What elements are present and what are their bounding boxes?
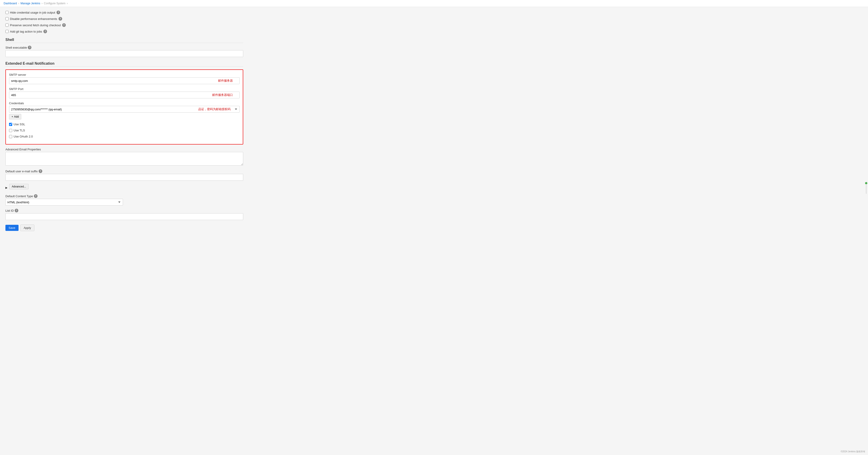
advanced-email-props-textarea[interactable] <box>5 152 243 165</box>
advanced-arrow-icon: ▶ <box>5 186 7 189</box>
default-content-type-group: Default Content Type ? HTML (text/html) … <box>5 194 243 206</box>
breadcrumb-manage-jenkins[interactable]: Manage Jenkins <box>21 2 40 5</box>
checkbox-preserve-fetch: Preserve second fetch during checkout ? <box>5 23 243 27</box>
disable-perf-label: Disable performance enhancements <box>10 17 57 21</box>
add-plus-icon: + <box>11 115 13 118</box>
shell-executable-label: Shell executable ? <box>5 46 243 49</box>
use-tls-label: Use TLS <box>13 129 25 132</box>
smtp-server-group: SMTP server 邮件服务器 <box>9 73 240 84</box>
smtp-server-input-row: 邮件服务器 <box>9 77 240 84</box>
main-content: Hide credential usage in job output ? Di… <box>0 7 249 235</box>
default-content-type-select[interactable]: HTML (text/html) Plain text (text/plain) <box>5 199 123 206</box>
breadcrumb-sep-1: › <box>18 2 19 5</box>
disable-perf-checkbox[interactable] <box>5 17 8 20</box>
use-ssl-checkbox[interactable] <box>9 123 12 126</box>
use-tls-row: Use TLS <box>9 129 240 132</box>
shell-section-title: Shell <box>5 38 243 43</box>
breadcrumb-dashboard[interactable]: Dashboard <box>4 2 17 5</box>
use-tls-checkbox[interactable] <box>9 129 12 132</box>
default-suffix-input[interactable] <box>5 174 243 181</box>
add-git-tag-checkbox[interactable] <box>5 30 8 33</box>
disable-perf-help-icon[interactable]: ? <box>59 17 62 21</box>
smtp-port-label: SMTP Port <box>9 87 240 91</box>
list-id-group: List ID ? <box>5 209 243 220</box>
advanced-button[interactable]: Advanced... <box>9 184 29 189</box>
scrollbar-dot <box>865 182 867 184</box>
breadcrumb: Dashboard › Manage Jenkins › Configure S… <box>0 0 868 7</box>
list-id-input[interactable] <box>5 213 243 220</box>
add-button-label: Add <box>14 115 19 118</box>
shell-executable-group: Shell executable ? <box>5 46 243 57</box>
checkbox-hide-credential: Hide credential usage in job output ? <box>5 11 243 14</box>
preserve-fetch-help-icon[interactable]: ? <box>62 23 66 27</box>
list-id-label: List ID ? <box>5 209 243 212</box>
checkbox-disable-perf: Disable performance enhancements ? <box>5 17 243 21</box>
smtp-port-input[interactable] <box>9 92 240 98</box>
credentials-add-button[interactable]: + Add <box>9 114 21 119</box>
shell-executable-help-icon[interactable]: ? <box>28 46 31 49</box>
use-ssl-row: Use SSL <box>9 123 240 126</box>
save-button[interactable]: Save <box>5 225 19 231</box>
preserve-fetch-checkbox[interactable] <box>5 24 8 27</box>
email-section-title: Extended E-mail Notification <box>5 62 243 67</box>
smtp-port-group: SMTP Port 邮件服务器端口 <box>9 87 240 98</box>
smtp-server-label: SMTP server <box>9 73 240 77</box>
add-git-tag-help-icon[interactable]: ? <box>43 30 47 33</box>
breadcrumb-sep-2: › <box>41 2 42 5</box>
shell-executable-input[interactable] <box>5 50 243 57</box>
use-ssl-label: Use SSL <box>13 123 25 126</box>
credentials-group: Credentials 2750955630@qq.com/****** (qq… <box>9 101 240 119</box>
advanced-email-props-label: Advanced Email Properties <box>5 148 243 151</box>
list-id-help-icon[interactable]: ? <box>15 209 18 212</box>
breadcrumb-current: Configure System <box>44 2 65 5</box>
add-git-tag-label: Add git tag action to jobs <box>10 30 42 33</box>
use-oauth-checkbox[interactable] <box>9 135 12 138</box>
credentials-label: Credentials <box>9 101 240 105</box>
hide-credential-checkbox[interactable] <box>5 11 8 14</box>
use-oauth-label: Use OAuth 2.0 <box>13 135 33 138</box>
advanced-email-props-group: Advanced Email Properties <box>5 148 243 166</box>
scrollbar-indicator <box>864 182 868 194</box>
credentials-select-row: 2750955630@qq.com/****** (qq-email) 品证，密… <box>9 106 240 113</box>
hide-credential-label: Hide credential usage in job output <box>10 11 55 14</box>
breadcrumb-sep-3: › <box>67 2 68 5</box>
scrollbar-line <box>866 185 866 194</box>
checkbox-add-git-tag: Add git tag action to jobs ? <box>5 30 243 33</box>
default-content-type-label: Default Content Type ? <box>5 194 243 198</box>
smtp-server-input[interactable] <box>9 77 240 84</box>
advanced-button-row: ▶ Advanced... <box>5 184 243 191</box>
credentials-select[interactable]: 2750955630@qq.com/****** (qq-email) <box>9 106 240 113</box>
hide-credential-help-icon[interactable]: ? <box>57 11 60 14</box>
use-oauth-row: Use OAuth 2.0 <box>9 135 240 138</box>
default-suffix-group: Default user e-mail suffix ? <box>5 170 243 181</box>
default-content-type-help-icon[interactable]: ? <box>34 194 37 198</box>
form-buttons-row: Save Apply <box>5 224 243 231</box>
smtp-port-input-row: 邮件服务器端口 <box>9 92 240 98</box>
default-suffix-label: Default user e-mail suffix ? <box>5 170 243 173</box>
email-config-box: SMTP server 邮件服务器 SMTP Port 邮件服务器端口 Cred… <box>5 69 243 145</box>
default-suffix-help-icon[interactable]: ? <box>39 170 42 173</box>
preserve-fetch-label: Preserve second fetch during checkout <box>10 24 61 27</box>
apply-button[interactable]: Apply <box>20 224 35 231</box>
